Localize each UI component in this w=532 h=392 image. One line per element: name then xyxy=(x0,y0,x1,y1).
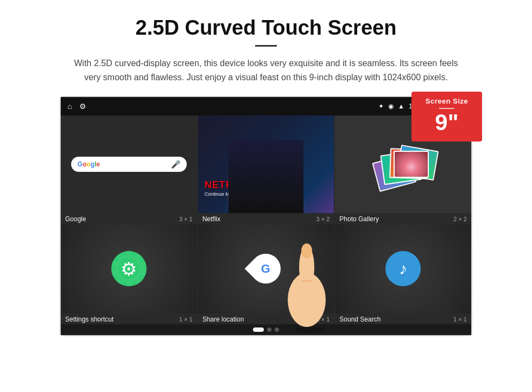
page-description: With 2.5D curved-display screen, this de… xyxy=(71,56,461,84)
google-label: Google 3 × 1 xyxy=(61,215,197,223)
nav-dot-2[interactable] xyxy=(267,327,271,332)
google-logo: Google xyxy=(78,160,100,168)
mic-icon: 🎤 xyxy=(171,160,180,169)
wifi-icon: ▲ xyxy=(398,102,404,110)
maps-g-letter: G xyxy=(261,262,270,276)
netflix-label-name: Netflix xyxy=(202,215,220,223)
svg-point-2 xyxy=(301,243,312,259)
svg-point-4 xyxy=(296,327,323,332)
google-search-bar[interactable]: Google 🎤 xyxy=(71,157,187,172)
bottom-app-row: ⚙ ⚙ G xyxy=(61,224,471,313)
title-divider xyxy=(255,45,277,47)
badge-label: Screen Size xyxy=(420,97,473,105)
photo-label-name: Photo Gallery xyxy=(339,215,379,223)
google-label-name: Google xyxy=(65,215,86,223)
music-note-icon: ♪ xyxy=(399,260,407,278)
top-labels-row: Google 3 × 1 Netflix 3 × 2 Photo Gallery… xyxy=(61,213,471,224)
photo-label-size: 2 × 2 xyxy=(453,216,467,222)
bottom-labels-row: Settings shortcut 1 × 1 Share location 1… xyxy=(61,313,471,324)
google-label-size: 3 × 1 xyxy=(179,216,193,222)
page-wrapper: 2.5D Curved Touch Screen With 2.5D curve… xyxy=(0,0,532,347)
gear-bg-icon: ⚙ xyxy=(107,240,151,297)
page-title: 2.5D Curved Touch Screen xyxy=(33,16,499,40)
netflix-label: Netflix 3 × 2 xyxy=(198,215,334,223)
usb-icon: ⚙ xyxy=(79,102,86,111)
top-app-row: Google 🎤 ▶ NETFLIX Cont xyxy=(61,115,471,213)
flower-image xyxy=(395,152,428,177)
settings-cell[interactable]: ⚙ ⚙ xyxy=(61,224,197,313)
badge-divider xyxy=(439,108,454,109)
nav-dot-1[interactable] xyxy=(253,327,264,332)
sound-search-cell[interactable]: ♪ xyxy=(335,224,471,313)
location-icon: ◉ xyxy=(388,102,394,110)
google-app-cell[interactable]: Google 🎤 xyxy=(61,115,197,213)
screen-size-badge: Screen Size 9" xyxy=(411,92,482,142)
sound-label-size: 1 × 1 xyxy=(453,316,467,323)
pointing-hand xyxy=(277,229,337,332)
sound-label-name: Sound Search xyxy=(339,316,381,323)
home-icon: ⌂ xyxy=(67,102,72,111)
bluetooth-icon: ✦ xyxy=(378,102,384,110)
status-bar: ⌂ ⚙ ✦ ◉ ▲ 15:06 ▣ ◁ ⊠ ▭ xyxy=(61,97,471,115)
photo-top xyxy=(394,151,429,178)
netflix-app-cell[interactable]: ▶ NETFLIX Continue Marvel's Daredevil xyxy=(198,115,334,213)
settings-label: Settings shortcut 1 × 1 xyxy=(61,316,197,323)
settings-label-size: 1 × 1 xyxy=(179,316,193,323)
screen-container: Screen Size 9" ⌂ ⚙ ✦ ◉ ▲ 15:06 ▣ ◁ ⊠ ▭ xyxy=(60,96,472,336)
badge-size: 9" xyxy=(420,111,473,134)
music-icon-circle: ♪ xyxy=(385,251,421,286)
share-label-name: Share location xyxy=(202,316,244,323)
share-location-cell[interactable]: G xyxy=(198,224,334,313)
status-bar-left: ⌂ ⚙ xyxy=(67,102,86,111)
settings-label-name: Settings shortcut xyxy=(65,316,113,323)
netflix-label-size: 3 × 2 xyxy=(316,216,330,222)
photo-gallery-label: Photo Gallery 2 × 2 xyxy=(335,215,471,223)
sound-search-label: Sound Search 1 × 1 xyxy=(335,316,471,323)
nav-dots xyxy=(61,324,471,335)
